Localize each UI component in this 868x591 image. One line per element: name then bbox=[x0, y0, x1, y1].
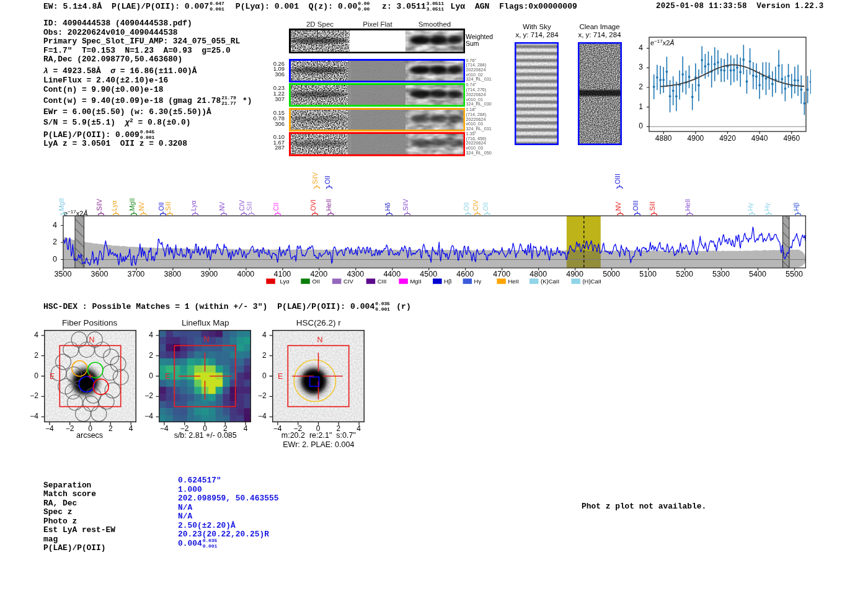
svg-text:MgII: MgII bbox=[58, 198, 65, 211]
svg-text:HeII: HeII bbox=[325, 199, 332, 211]
svg-text:Hβ: Hβ bbox=[792, 202, 800, 211]
svg-text:SiIV: SiIV bbox=[311, 172, 319, 184]
svg-text:OIII: OIII bbox=[632, 200, 639, 211]
svg-text:Hγ: Hγ bbox=[763, 202, 771, 211]
svg-text:E: E bbox=[50, 372, 55, 381]
svg-text:Hγ: Hγ bbox=[746, 202, 754, 211]
svg-text:(H)CaII: (H)CaII bbox=[582, 278, 601, 285]
svg-text:NV: NV bbox=[218, 202, 226, 211]
svg-text:SiIV: SiIV bbox=[95, 199, 103, 211]
svg-text:OIII: OIII bbox=[614, 174, 621, 184]
svg-text:SiII: SiII bbox=[164, 202, 172, 211]
svg-text:Hγ: Hγ bbox=[474, 278, 482, 285]
svg-text:HeII: HeII bbox=[508, 278, 518, 285]
svg-text:Lyα: Lyα bbox=[280, 278, 290, 285]
svg-text:(K)CaII: (K)CaII bbox=[541, 278, 559, 285]
svg-text:OVI: OVI bbox=[309, 200, 317, 211]
svg-text:CIV: CIV bbox=[472, 200, 479, 211]
svg-text:N: N bbox=[89, 335, 95, 344]
svg-text:CIV: CIV bbox=[343, 278, 354, 285]
svg-text:OII: OII bbox=[482, 202, 489, 211]
svg-text:Lyα: Lyα bbox=[190, 200, 197, 211]
svg-text:HeII: HeII bbox=[684, 199, 691, 211]
svg-text:Lyα: Lyα bbox=[110, 200, 118, 211]
svg-text:SiII: SiII bbox=[649, 202, 656, 211]
svg-text:MgII: MgII bbox=[128, 198, 136, 211]
svg-text:OII: OII bbox=[312, 278, 320, 285]
svg-text:CIV: CIV bbox=[238, 200, 246, 211]
svg-text:N: N bbox=[317, 335, 322, 344]
svg-text:E: E bbox=[165, 372, 170, 381]
svg-text:Hβ: Hβ bbox=[444, 278, 452, 285]
svg-text:SiIV: SiIV bbox=[402, 199, 409, 211]
svg-text:N: N bbox=[204, 335, 210, 344]
svg-text:OII: OII bbox=[463, 202, 470, 211]
svg-text:OII: OII bbox=[324, 176, 331, 184]
svg-text:SiII: SiII bbox=[246, 202, 253, 211]
svg-text:CII: CII bbox=[272, 203, 280, 211]
svg-text:CIII: CIII bbox=[378, 278, 387, 285]
svg-text:MgII: MgII bbox=[410, 278, 421, 285]
svg-text:NV: NV bbox=[138, 202, 145, 211]
svg-text:NV: NV bbox=[614, 202, 622, 211]
svg-text:E: E bbox=[278, 372, 283, 381]
svg-text:Hδ: Hδ bbox=[384, 202, 391, 211]
